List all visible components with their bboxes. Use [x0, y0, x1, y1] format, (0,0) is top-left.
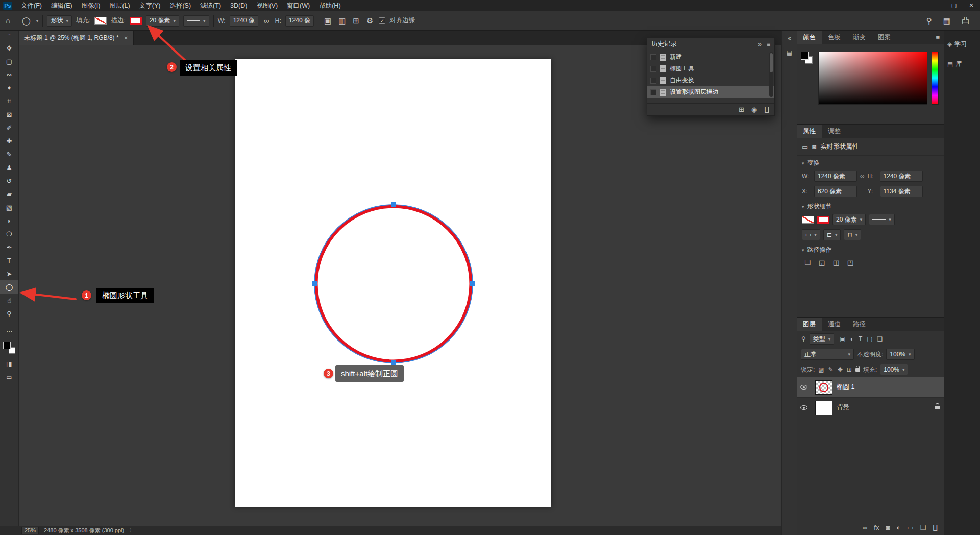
tab-gradients[interactable]: 渐变 — [847, 31, 872, 44]
tab-color[interactable]: 颜色 — [797, 31, 822, 44]
collapse-panel-icon[interactable]: » — [758, 41, 762, 48]
scrollbar-thumb[interactable] — [770, 53, 773, 72]
panel-menu-icon[interactable]: ≡ — [936, 34, 940, 41]
path-alignment-icon[interactable]: ▥ — [337, 16, 347, 26]
history-dock-icon[interactable]: ▤ — [787, 49, 792, 56]
libraries-panel-button[interactable]: ▤ 库 — [944, 58, 980, 70]
hue-slider[interactable] — [932, 52, 939, 105]
brush-tool[interactable]: ✎ — [0, 148, 18, 161]
layer-effects-icon[interactable]: fx — [874, 524, 879, 531]
ellipse-shape[interactable] — [19, 45, 781, 526]
path-arrangement-icon[interactable]: ⊞ — [351, 16, 361, 26]
layer-row-ellipse[interactable]: 椭圆 1 — [797, 377, 944, 398]
foreground-color-swatch[interactable] — [801, 52, 809, 60]
tool-mode-select[interactable]: 形状 ▾ — [47, 15, 72, 27]
blend-mode-select[interactable]: 正常 ▾ — [801, 349, 854, 360]
saturation-brightness-field[interactable] — [818, 52, 927, 105]
shape-handle-top[interactable] — [391, 202, 396, 207]
spot-healing-tool[interactable]: ✚ — [0, 134, 18, 148]
delete-layer-icon[interactable]: ∐ — [933, 524, 938, 531]
fill-color-swatch[interactable] — [94, 17, 107, 25]
workspace-switcher-icon[interactable]: ▦ — [942, 16, 952, 26]
move-tool[interactable]: ✥ — [0, 41, 18, 55]
screen-mode-button[interactable]: ▭ — [0, 372, 18, 382]
dodge-tool[interactable]: ❍ — [0, 227, 18, 240]
history-brush-source-toggle[interactable] — [650, 78, 656, 84]
snapshot-icon[interactable]: ◉ — [751, 106, 757, 113]
visibility-toggle[interactable] — [797, 398, 811, 418]
frame-tool[interactable]: ⊠ — [0, 108, 18, 121]
toolbar-collapse-icon[interactable]: » — [8, 32, 10, 39]
clone-stamp-tool[interactable]: ♟ — [0, 161, 18, 174]
status-chevron-icon[interactable]: 〉 — [129, 527, 134, 534]
link-dimensions-icon[interactable]: ∞ — [860, 173, 865, 180]
eraser-tool[interactable]: ▰ — [0, 187, 18, 201]
history-panel-header[interactable]: 历史记录 » ≡ — [647, 38, 774, 51]
blur-tool[interactable]: ◗ — [0, 214, 18, 227]
tab-properties[interactable]: 属性 — [797, 125, 822, 138]
link-dimensions-icon[interactable]: ∞ — [262, 16, 271, 25]
new-layer-icon[interactable]: ❏ — [920, 524, 926, 531]
menu-help[interactable]: 帮助(H) — [314, 0, 345, 11]
filter-pixel-icon[interactable]: ▣ — [839, 335, 846, 343]
foreground-color-swatch[interactable] — [3, 342, 11, 349]
lock-artboard-icon[interactable]: ⊞ — [846, 366, 852, 373]
layer-name[interactable]: 椭圆 1 — [837, 383, 854, 392]
exclude-shape-icon[interactable]: ◳ — [845, 257, 856, 268]
lock-move-icon[interactable]: ✥ — [837, 366, 843, 373]
new-doc-from-state-icon[interactable]: ⊞ — [739, 106, 744, 113]
adjustment-layer-icon[interactable]: ◐ — [896, 524, 900, 531]
lock-all-icon[interactable] — [855, 368, 860, 372]
stroke-style-select[interactable]: ▾ — [183, 15, 209, 27]
history-brush-source-toggle[interactable] — [650, 66, 656, 72]
eyedropper-tool[interactable]: ✐ — [0, 121, 18, 134]
layer-thumbnail[interactable] — [815, 401, 832, 415]
expand-panels-icon[interactable]: « — [788, 35, 791, 42]
width-field[interactable]: 1240 像素 — [814, 171, 857, 182]
history-item[interactable]: 自由变换 — [647, 75, 774, 86]
panel-menu-icon[interactable]: ≡ — [767, 41, 770, 48]
intersect-shape-icon[interactable]: ◫ — [830, 257, 842, 268]
tab-close-icon[interactable]: ✕ — [124, 35, 128, 41]
stroke-width-select[interactable]: 20 像素 ▾ — [832, 214, 866, 225]
foreground-background-colors[interactable] — [801, 52, 814, 103]
tool-preset-chevron-icon[interactable]: ▾ — [36, 18, 39, 23]
canvas-area[interactable] — [19, 45, 781, 526]
tab-channels[interactable]: 通道 — [822, 318, 847, 331]
shape-width-field[interactable]: 1240 像 — [230, 15, 258, 27]
filter-adjustment-icon[interactable]: ◐ — [850, 335, 854, 343]
stroke-corner-select[interactable]: ⊓ ▾ — [844, 229, 861, 240]
ellipse-tool[interactable]: ◯ — [0, 280, 18, 294]
filter-smart-icon[interactable]: ❑ — [877, 335, 884, 343]
lock-paint-icon[interactable]: ✎ — [828, 366, 834, 373]
zoom-level-field[interactable]: 25% — [21, 527, 39, 534]
menu-view[interactable]: 视图(V) — [252, 0, 282, 11]
lasso-tool[interactable]: ∾ — [0, 68, 18, 81]
fill-color-swatch[interactable] — [802, 216, 814, 224]
menu-edit[interactable]: 编辑(E) — [46, 0, 77, 11]
stroke-style-select[interactable]: ▾ — [869, 214, 895, 225]
stroke-color-swatch[interactable] — [817, 216, 829, 224]
filter-type-icon[interactable]: T — [858, 335, 863, 343]
tab-patterns[interactable]: 图案 — [872, 31, 897, 44]
menu-type[interactable]: 文字(Y) — [135, 0, 165, 11]
shape-height-field[interactable]: 1240 像 — [285, 15, 314, 27]
crop-tool[interactable]: ⌗ — [0, 94, 18, 108]
history-brush-tool[interactable]: ↺ — [0, 174, 18, 187]
shape-details-section-header[interactable]: ▾ 形状细节 — [797, 199, 944, 212]
layer-fill-field[interactable]: 100% ▾ — [880, 364, 908, 375]
edit-toolbar-icon[interactable]: ⋯ — [0, 326, 18, 336]
new-group-icon[interactable]: ▭ — [907, 524, 913, 531]
stroke-width-field[interactable]: 20 像素 ▾ — [146, 15, 179, 27]
stroke-cap-select[interactable]: ⊏ ▾ — [823, 229, 841, 240]
minimize-button[interactable]: ─ — [928, 0, 945, 11]
align-edges-checkbox[interactable]: ✓ — [379, 17, 385, 24]
path-selection-tool[interactable]: ➤ — [0, 267, 18, 280]
visibility-toggle[interactable] — [797, 377, 811, 397]
combine-shapes-icon[interactable]: ❏ — [802, 257, 813, 268]
layer-thumbnail[interactable] — [815, 380, 832, 395]
layer-filter-select[interactable]: 类型 ▾ — [810, 333, 835, 345]
quick-mask-button[interactable]: ◨ — [0, 359, 18, 369]
menu-3d[interactable]: 3D(D) — [226, 0, 252, 11]
history-brush-source-toggle[interactable] — [650, 89, 656, 95]
